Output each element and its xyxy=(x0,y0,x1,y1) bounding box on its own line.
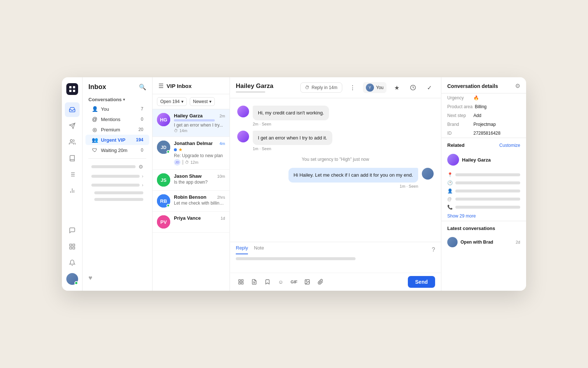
sidebar-sub-item-2[interactable]: › xyxy=(85,181,149,190)
nav-inbox-icon[interactable] xyxy=(65,102,80,117)
msg-meta-1: 2m · Seen xyxy=(253,122,329,126)
sidebar-item-mentions[interactable]: @ Mentions 0 xyxy=(85,114,149,124)
related-detail-time: 🕐 xyxy=(441,179,526,187)
conv-tags-jonathan: ★ xyxy=(174,147,225,152)
customize-link[interactable]: Customize xyxy=(499,143,520,148)
chevron-down-icon: ▾ xyxy=(123,98,125,102)
help-icon[interactable]: ? xyxy=(432,247,435,253)
conv-item-hailey[interactable]: HG Hailey Garza 2m I get an error when I… xyxy=(153,109,230,137)
msg-avatar-hailey-2 xyxy=(237,131,249,142)
reply-input-placeholder xyxy=(236,257,356,260)
sidebar-item-urgent-vip-label: Urgent VIP xyxy=(101,137,133,143)
latest-conv-item-brad[interactable]: Open with Brad 2d xyxy=(447,235,520,250)
sidebar-header: Inbox 🔍 xyxy=(83,83,152,95)
toolbar-snippet-icon[interactable] xyxy=(236,277,246,287)
nav-bell-icon[interactable] xyxy=(65,255,80,270)
msg-avatar-agent xyxy=(422,168,434,180)
msg-meta-2: 1m · Seen xyxy=(253,146,332,151)
nav-chat-icon[interactable] xyxy=(65,223,80,238)
message-text-1: Hi, my credit card isn't working. xyxy=(258,110,324,116)
sidebar-search-icon[interactable]: 🔍 xyxy=(139,84,146,91)
check-button[interactable]: ✓ xyxy=(423,82,435,93)
right-panel-title: Conversation details xyxy=(447,83,498,89)
panel-gear-icon[interactable]: ⚙ xyxy=(515,82,520,89)
related-title: Related xyxy=(447,142,465,148)
related-detail-user: 👤 xyxy=(441,187,526,195)
reply-timer-button[interactable]: ⏱ Reply in 14m xyxy=(300,82,342,93)
sidebar-settings-row[interactable]: ⚙ xyxy=(85,162,149,172)
conv-content-robin: Robin Benson 2hrs Let me check with bill… xyxy=(174,194,225,206)
filter-open-button[interactable]: Open 194 ▾ xyxy=(157,97,187,106)
conv-list-menu-icon[interactable]: ☰ xyxy=(158,82,164,89)
svg-text:PV: PV xyxy=(160,219,167,225)
nav-send-icon[interactable] xyxy=(65,118,80,133)
user-avatar-container[interactable] xyxy=(66,273,78,285)
svg-rect-19 xyxy=(70,247,71,249)
sidebar-item-you[interactable]: 👤 You 7 xyxy=(85,104,149,114)
toolbar-bookmark-icon[interactable] xyxy=(262,277,273,287)
msg-content-1: Hi, my credit card isn't working. 2m · S… xyxy=(253,106,329,126)
app-logo xyxy=(66,83,78,95)
location-icon: 📍 xyxy=(447,172,452,177)
sidebar-settings-placeholder xyxy=(91,165,136,168)
nav-chart-icon[interactable] xyxy=(65,183,80,198)
sidebar-gear-icon[interactable]: ⚙ xyxy=(139,164,143,170)
filter-newest-button[interactable]: Newest ▾ xyxy=(190,97,215,106)
sidebar-sub-item-4[interactable] xyxy=(85,196,149,203)
message-text-2: I get an error when I try to add it. xyxy=(258,135,327,141)
mentions-icon: @ xyxy=(91,116,98,122)
toolbar-emoji-icon[interactable]: ☺ xyxy=(276,277,286,287)
more-options-button[interactable]: ⋮ xyxy=(347,82,358,93)
reply-input-area[interactable] xyxy=(230,254,441,273)
user-icon: 👤 xyxy=(447,188,452,194)
toolbar-attachment-icon[interactable] xyxy=(315,277,326,287)
fire-icon: 🔥 xyxy=(473,95,479,100)
conv-name-jonathan: Jonathan Delmar xyxy=(174,141,213,146)
show-more-link[interactable]: Show 29 more xyxy=(441,211,526,221)
nav-widgets-icon[interactable] xyxy=(65,239,80,254)
conv-item-jason[interactable]: JS Jason Shaw 10m Is the app down? xyxy=(153,170,230,191)
timer-button[interactable] xyxy=(407,82,419,93)
tab-note[interactable]: Note xyxy=(254,245,264,254)
conv-preview-hailey xyxy=(174,119,225,123)
reply-timer-label: Reply in 14m xyxy=(312,85,337,90)
conversations-section-header[interactable]: Conversations ▾ xyxy=(83,95,152,104)
related-section: Related Customize Hailey Garza xyxy=(441,138,526,171)
detail-row-next-step: Next step Add xyxy=(441,111,526,120)
conv-time-priya: 1d xyxy=(221,216,225,220)
sidebar-sub-item-3[interactable] xyxy=(85,190,149,196)
conv-item-robin[interactable]: RB Robin Benson 2hrs Let me check with b… xyxy=(153,191,230,212)
sidebar-item-waiting[interactable]: 🛡 Waiting 20m 0 xyxy=(85,145,149,155)
toolbar-image-icon[interactable] xyxy=(302,277,312,287)
toolbar-format-icon[interactable] xyxy=(249,277,259,287)
tab-reply[interactable]: Reply xyxy=(236,245,248,254)
chat-contact-info: Hailey Garza xyxy=(236,82,273,93)
sidebar-sub-item-1[interactable]: › xyxy=(85,172,149,181)
send-button[interactable]: Send xyxy=(408,276,435,288)
conv-top-priya: Priya Vance 1d xyxy=(174,215,225,221)
sidebar-divider xyxy=(88,158,146,159)
conv-item-priya[interactable]: PV Priya Vance 1d xyxy=(153,212,230,233)
conv-item-jonathan[interactable]: JD Jonathan Delmar 4m ★ Re: Upgrade to n… xyxy=(153,137,230,170)
agent-avatar: Y xyxy=(366,84,374,92)
conv-list-title: VIP Inbox xyxy=(167,83,224,89)
time-placeholder xyxy=(455,181,520,184)
star-button[interactable]: ★ xyxy=(391,82,403,93)
toolbar-gif-icon[interactable]: GIF xyxy=(289,277,299,287)
nav-book-icon[interactable] xyxy=(65,151,80,166)
nav-list-icon[interactable] xyxy=(65,167,80,182)
agent-name: You xyxy=(376,85,384,90)
message-bubble-1: Hi, my credit card isn't working. xyxy=(253,106,329,120)
reply-tabs: Reply Note ? xyxy=(230,242,441,254)
nav-users-icon[interactable] xyxy=(65,135,80,149)
location-placeholder xyxy=(455,173,520,176)
conv-preview-text-hailey: I get an error when I try... xyxy=(174,123,225,128)
conv-avatar-hailey: HG xyxy=(157,113,170,126)
conv-name-jason: Jason Shaw xyxy=(174,173,202,179)
sidebar-item-premium[interactable]: ◎ Premium 20 xyxy=(85,124,149,135)
sidebar-item-urgent-vip[interactable]: 👥 Urgent VIP 194 xyxy=(85,135,149,145)
detail-row-product: Product area Billing xyxy=(441,102,526,111)
urgent-vip-icon: 👥 xyxy=(91,137,98,143)
sidebar-footer: ♥ xyxy=(83,271,152,285)
id-label: ID xyxy=(447,131,471,136)
